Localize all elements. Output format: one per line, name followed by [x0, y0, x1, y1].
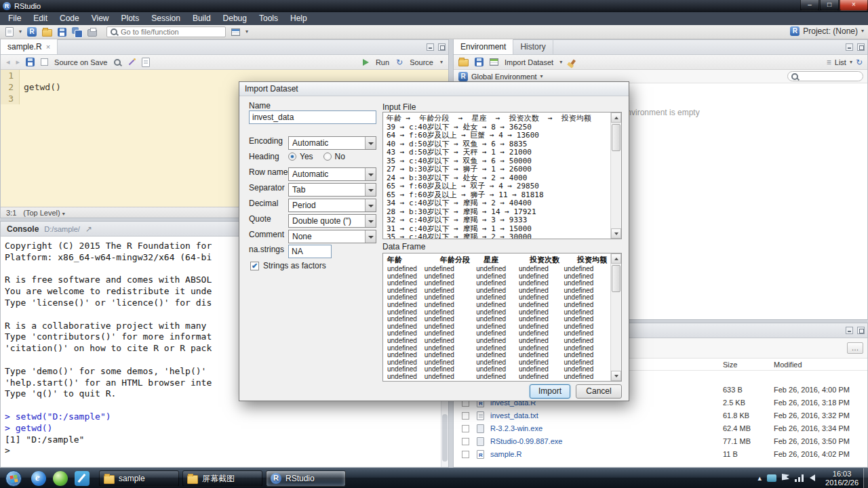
chevron-down-icon[interactable]: ▾	[245, 29, 248, 35]
goto-file-search[interactable]	[106, 26, 226, 37]
taskbar-button[interactable]: RStudio	[266, 470, 346, 487]
quote-select[interactable]: Double quote (")	[288, 214, 376, 228]
pane-maximize-icon[interactable]	[857, 327, 865, 334]
name-input[interactable]: invest_data	[249, 110, 376, 124]
panes-layout-icon[interactable]	[231, 28, 240, 36]
file-row[interactable]: invest_data.txt 61.8 KB Feb 26, 2016, 3:…	[454, 409, 867, 422]
file-row[interactable]: RStudio-0.99.887.exe 77.1 MB Feb 26, 201…	[454, 435, 867, 448]
goto-file-input[interactable]	[121, 28, 222, 36]
close-button[interactable]: ×	[840, 0, 868, 11]
open-file-icon[interactable]	[42, 29, 52, 37]
menu-item[interactable]: Edit	[27, 12, 54, 25]
chevron-down-icon[interactable]: ▾	[540, 74, 543, 79]
file-checkbox[interactable]	[462, 451, 469, 458]
internet-explorer-icon[interactable]	[31, 471, 46, 486]
file-checkbox[interactable]	[462, 438, 469, 445]
chevron-down-icon[interactable]	[365, 137, 376, 149]
show-desktop-button[interactable]	[863, 468, 868, 488]
heading-no-radio[interactable]	[323, 152, 332, 161]
project-selector[interactable]: Project: (None) ▾	[790, 26, 864, 36]
find-icon[interactable]	[113, 58, 121, 66]
chevron-down-icon[interactable]: ▾	[559, 60, 562, 65]
file-name[interactable]: sample.R	[490, 450, 714, 458]
tray-expand-icon[interactable]: ▴	[757, 473, 762, 483]
tray-volume-icon[interactable]	[810, 474, 815, 481]
chevron-down-icon[interactable]	[365, 199, 376, 211]
data-frame-preview[interactable]: 年龄年龄分段星座投资次数投资均额 undefinedundefinedundef…	[382, 253, 622, 382]
menu-item[interactable]: Help	[284, 12, 313, 25]
save-all-icon[interactable]	[72, 27, 82, 37]
menu-item[interactable]: Session	[145, 12, 186, 25]
menu-item[interactable]: Code	[54, 12, 85, 25]
tab-sample-r[interactable]: sample.R ×	[1, 39, 58, 54]
pane-minimize-icon[interactable]	[846, 327, 853, 334]
pane-minimize-icon[interactable]	[846, 43, 853, 51]
global-environment-selector[interactable]: Global Environment	[471, 73, 537, 81]
scope-selector[interactable]: (Top Level) ▾	[23, 209, 65, 217]
tray-display-icon[interactable]	[767, 474, 776, 482]
file-row[interactable]: sample.R 11 B Feb 26, 2016, 4:02 PM	[454, 448, 867, 461]
scroll-up-icon[interactable]	[611, 253, 621, 264]
minimize-button[interactable]: –	[800, 0, 819, 11]
menu-item[interactable]: Debug	[217, 12, 253, 25]
new-file-icon[interactable]	[5, 27, 14, 37]
pane-tab[interactable]: Environment	[454, 39, 513, 54]
pane-minimize-icon[interactable]	[427, 43, 434, 51]
code-tools-icon[interactable]	[127, 58, 136, 66]
chevron-down-icon[interactable]	[365, 215, 376, 227]
import-dataset-button[interactable]: Import Dataset	[505, 58, 553, 66]
chevron-down-icon[interactable]: ▾	[19, 29, 22, 35]
refresh-icon[interactable]: ↻	[856, 58, 863, 66]
back-icon[interactable]: ◂	[6, 58, 10, 66]
save-workspace-icon[interactable]	[475, 58, 484, 66]
menu-item[interactable]: Plots	[115, 12, 146, 25]
decimal-select[interactable]: Period	[288, 199, 376, 212]
editor-app-icon[interactable]	[75, 471, 90, 486]
heading-yes-radio[interactable]	[288, 152, 296, 161]
tray-action-center-icon[interactable]	[782, 474, 789, 482]
clear-workspace-icon[interactable]	[570, 59, 576, 65]
scroll-down-icon[interactable]	[611, 371, 621, 381]
import-dataset-icon[interactable]	[490, 58, 498, 66]
more-actions-button[interactable]: …	[847, 342, 863, 354]
forward-icon[interactable]: ▸	[16, 58, 20, 66]
new-project-icon[interactable]	[27, 27, 37, 37]
close-tab-icon[interactable]: ×	[46, 43, 50, 51]
file-name[interactable]: invest_data.txt	[490, 411, 714, 420]
start-button[interactable]	[5, 470, 22, 487]
source-on-save-checkbox[interactable]	[41, 58, 48, 66]
pane-tab[interactable]: History	[513, 39, 553, 54]
chevron-down-icon[interactable]	[365, 168, 376, 180]
run-icon[interactable]	[363, 59, 369, 66]
import-button[interactable]: Import	[530, 384, 570, 399]
na-strings-input[interactable]: NA	[288, 245, 332, 258]
pane-maximize-icon[interactable]	[438, 43, 446, 51]
pane-maximize-icon[interactable]	[857, 43, 865, 51]
browser-icon[interactable]	[53, 471, 68, 486]
chevron-down-icon[interactable]: ▾	[440, 60, 443, 65]
save-icon[interactable]	[26, 58, 35, 66]
rerun-icon[interactable]: ↻	[396, 58, 403, 66]
modified-column-header[interactable]: Modified	[774, 361, 802, 369]
file-row[interactable]: R-3.2.3-win.exe 62.4 MB Feb 26, 2016, 3:…	[454, 422, 867, 435]
file-name[interactable]: RStudio-0.99.887.exe	[490, 437, 714, 445]
load-workspace-icon[interactable]	[458, 59, 469, 66]
file-checkbox[interactable]	[462, 425, 469, 432]
print-icon[interactable]	[87, 29, 97, 37]
scroll-up-icon[interactable]	[611, 113, 621, 123]
popout-icon[interactable]: ↗	[85, 225, 92, 233]
save-icon[interactable]	[58, 28, 66, 37]
list-view-button[interactable]: List	[835, 58, 846, 66]
menu-item[interactable]: Build	[186, 12, 217, 25]
chevron-down-icon[interactable]	[365, 184, 376, 196]
compile-notebook-icon[interactable]	[142, 58, 150, 67]
input-file-scrollbar[interactable]	[610, 113, 621, 239]
taskbar-button[interactable]: 屏幕截图	[182, 470, 262, 487]
comment-select[interactable]: None	[288, 230, 376, 243]
file-name[interactable]: R-3.2.3-win.exe	[490, 424, 714, 432]
scroll-down-icon[interactable]	[611, 228, 621, 239]
taskbar-clock[interactable]: 16:03 2016/2/26	[825, 470, 859, 487]
menu-item[interactable]: File	[2, 12, 27, 25]
chevron-down-icon[interactable]: ▾	[850, 60, 852, 65]
tray-network-icon[interactable]	[795, 474, 804, 482]
